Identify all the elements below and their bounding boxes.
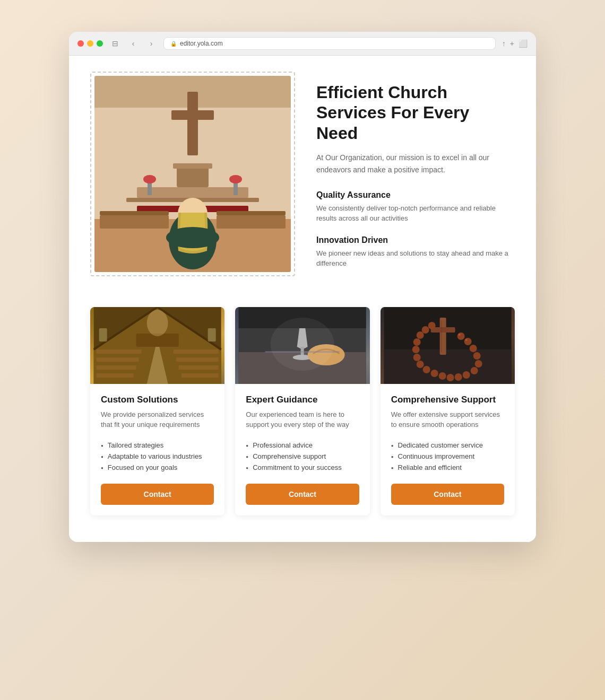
svg-rect-26 (97, 373, 134, 378)
cards-section: Custom Solutions We provide personalized… (90, 307, 515, 515)
card-expert-guidance-list: Professional advice Comprehensive suppor… (246, 440, 359, 473)
card-comprehensive-support-body: Comprehensive Support We offer extensive… (381, 384, 515, 515)
extensions-icon[interactable]: ⬜ (518, 39, 528, 48)
feature-quality-desc: We consistently deliver top-notch perfor… (316, 203, 515, 224)
hero-section: Efficient Church Services For Every Need… (90, 72, 515, 281)
svg-point-70 (465, 339, 467, 341)
svg-rect-25 (97, 365, 136, 370)
card-rosary-image (381, 307, 515, 384)
list-item: Continuous improvement (391, 451, 504, 462)
page-content: Efficient Church Services For Every Need… (69, 56, 536, 542)
hero-description: At Our Organization, our mission is to e… (316, 152, 515, 176)
hero-church-illustration (94, 76, 291, 272)
list-item: Dedicated customer service (391, 440, 504, 451)
svg-point-50 (457, 332, 464, 340)
card-custom-solutions-title: Custom Solutions (101, 395, 214, 405)
feature-quality-title: Quality Assurance (316, 190, 515, 200)
svg-point-57 (454, 373, 462, 381)
svg-point-69 (458, 334, 460, 336)
hero-image-dashed-border (90, 72, 295, 276)
hero-text: Efficient Church Services For Every Need… (316, 72, 515, 281)
svg-rect-4 (187, 92, 198, 155)
list-item: Commitment to your success (246, 462, 359, 473)
svg-point-59 (438, 372, 446, 380)
minimize-button[interactable] (87, 40, 93, 47)
card-comprehensive-support-title: Comprehensive Support (391, 395, 504, 405)
svg-point-12 (143, 175, 156, 183)
card-comprehensive-support-desc: We offer extensive support services to e… (391, 409, 504, 430)
maximize-button[interactable] (97, 40, 103, 47)
feature-innovation-title: Innovation Driven (316, 235, 515, 245)
browser-chrome: ⊟ ‹ › 🔒 editor.yola.com ↑ + ⬜ (69, 32, 536, 56)
contact-button-card3[interactable]: Contact (391, 484, 504, 505)
list-item: Comprehensive support (246, 451, 359, 462)
card-comprehensive-support-list: Dedicated customer service Continuous im… (391, 440, 504, 473)
svg-point-21 (166, 227, 219, 248)
svg-point-66 (416, 331, 424, 339)
svg-point-54 (474, 360, 482, 368)
feature-innovation-desc: We pioneer new ideas and solutions to st… (316, 248, 515, 269)
traffic-lights (77, 40, 103, 47)
svg-rect-30 (182, 373, 219, 378)
list-item: Adaptable to various industries (101, 451, 214, 462)
list-item: Focused on your goals (101, 462, 214, 473)
svg-point-65 (413, 338, 420, 346)
browser-actions: ↑ + ⬜ (502, 39, 528, 48)
card-custom-solutions-list: Tailored strategies Adaptable to various… (101, 440, 214, 473)
list-item: Reliable and efficient (391, 462, 504, 473)
svg-point-14 (229, 175, 242, 183)
lock-icon: 🔒 (170, 41, 177, 47)
svg-rect-47 (439, 318, 446, 355)
card-expert-guidance-title: Expert Guidance (246, 395, 359, 405)
svg-point-56 (462, 371, 470, 379)
svg-rect-23 (97, 349, 142, 354)
svg-rect-17 (217, 211, 286, 215)
svg-point-68 (428, 322, 435, 329)
svg-rect-33 (99, 328, 107, 342)
browser-window: ⊟ ‹ › 🔒 editor.yola.com ↑ + ⬜ (69, 32, 536, 542)
share-icon[interactable]: ↑ (502, 39, 506, 48)
hero-image (94, 76, 291, 272)
card-expert-guidance-body: Expert Guidance Our experienced team is … (235, 384, 369, 515)
svg-rect-5 (171, 110, 214, 120)
svg-rect-6 (137, 187, 248, 198)
svg-point-53 (473, 352, 480, 360)
svg-rect-29 (179, 365, 219, 370)
close-button[interactable] (77, 40, 84, 47)
communion-svg (235, 307, 369, 384)
svg-point-51 (464, 338, 471, 345)
address-bar[interactable]: 🔒 editor.yola.com (163, 37, 496, 50)
hero-title: Efficient Church Services For Every Need (316, 82, 515, 143)
svg-point-60 (430, 370, 438, 377)
svg-rect-34 (208, 328, 216, 342)
svg-point-61 (422, 366, 430, 373)
svg-point-52 (469, 345, 477, 352)
svg-rect-28 (176, 357, 219, 362)
svg-rect-15 (100, 211, 169, 215)
svg-point-63 (413, 354, 420, 361)
list-item: Professional advice (246, 440, 359, 451)
sidebar-toggle-button[interactable]: ⊟ (109, 38, 121, 49)
svg-point-67 (421, 326, 429, 334)
feature-quality: Quality Assurance We consistently delive… (316, 190, 515, 224)
card-custom-solutions-body: Custom Solutions We provide personalized… (90, 384, 224, 515)
forward-button[interactable]: › (145, 38, 157, 49)
contact-button-card1[interactable]: Contact (101, 484, 214, 505)
svg-point-58 (446, 374, 454, 381)
card-custom-solutions-desc: We provide personalized services that fi… (101, 409, 214, 430)
svg-point-64 (412, 346, 419, 353)
url-text: editor.yola.com (180, 40, 223, 47)
card-expert-guidance: Expert Guidance Our experienced team is … (235, 307, 369, 515)
card-church-image (90, 307, 224, 384)
svg-rect-8 (177, 166, 209, 187)
hero-image-container (90, 72, 295, 276)
svg-point-44 (271, 318, 334, 371)
add-tab-icon[interactable]: + (510, 39, 514, 48)
contact-button-card2[interactable]: Contact (246, 484, 359, 505)
back-button[interactable]: ‹ (127, 38, 139, 49)
card-expert-guidance-desc: Our experienced team is here to support … (246, 409, 359, 430)
svg-rect-16 (100, 215, 169, 229)
rosary-svg (381, 307, 515, 384)
list-item: Tailored strategies (101, 440, 214, 451)
svg-rect-24 (97, 357, 139, 362)
